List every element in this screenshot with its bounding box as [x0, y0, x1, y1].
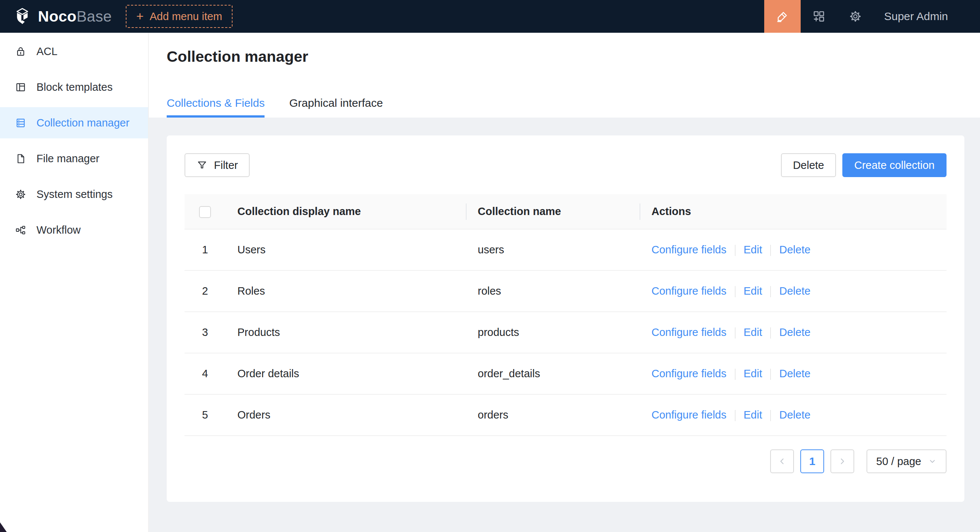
cell-display-name: Products	[226, 312, 466, 353]
pagination-page-1-button[interactable]: 1	[800, 449, 824, 473]
edit-link[interactable]: Edit	[744, 285, 762, 297]
table-header: Collection display name Collection name …	[185, 194, 947, 229]
cell-display-name: Orders	[226, 394, 466, 436]
page-title: Collection manager	[167, 47, 962, 66]
edit-link[interactable]: Edit	[744, 409, 762, 421]
configure-fields-link[interactable]: Configure fields	[651, 368, 727, 380]
chevron-left-icon	[777, 456, 787, 467]
plugin-manager-button[interactable]	[801, 0, 837, 33]
database-icon	[15, 117, 26, 129]
row-index: 1	[185, 229, 226, 270]
page-header: Collection manager Collections & Fields …	[149, 33, 980, 118]
cell-collection-name: users	[466, 229, 640, 270]
content-area: Collection manager Collections & Fields …	[149, 33, 980, 532]
delete-link[interactable]: Delete	[779, 409, 810, 421]
sidebar-item-label: Collection manager	[37, 117, 129, 129]
column-header-display-name: Collection display name	[226, 194, 466, 229]
action-divider	[735, 245, 735, 256]
sidebar-item-label: ACL	[37, 45, 57, 58]
app-root: NocoBase + Add menu item Super Admin ACL	[0, 0, 980, 532]
row-index: 5	[185, 394, 226, 436]
tab-collections-fields[interactable]: Collections & Fields	[167, 97, 264, 118]
action-divider	[735, 327, 735, 338]
action-divider	[735, 410, 735, 421]
cell-collection-name: order_details	[466, 353, 640, 394]
add-menu-item-label: Add menu item	[150, 10, 222, 23]
user-menu[interactable]: Super Admin	[884, 10, 948, 23]
sidebar-item-label: Block templates	[37, 81, 113, 94]
lock-icon	[15, 46, 26, 57]
page-size-select[interactable]: 50 / page	[867, 449, 947, 473]
ui-editor-toggle-button[interactable]	[764, 0, 801, 33]
plus-icon: +	[136, 10, 144, 22]
funnel-icon	[196, 160, 208, 171]
delete-link[interactable]: Delete	[779, 244, 810, 256]
nocobase-logo-text: NocoBase	[38, 8, 111, 25]
highlighter-icon	[776, 10, 789, 23]
partition-icon	[15, 224, 26, 236]
column-header-name: Collection name	[466, 194, 640, 229]
logo-text-light: Base	[76, 8, 112, 25]
column-header-actions: Actions	[640, 194, 947, 229]
configure-fields-link[interactable]: Configure fields	[651, 285, 727, 297]
toolbar-right-group: Delete Create collection	[781, 153, 947, 177]
action-divider	[770, 369, 771, 380]
action-divider	[770, 286, 771, 297]
cell-display-name: Roles	[226, 270, 466, 312]
filter-button-label: Filter	[214, 159, 238, 172]
layout-icon	[15, 81, 26, 93]
top-navbar: NocoBase + Add menu item Super Admin	[0, 0, 980, 33]
sidebar-item-file-manager[interactable]: File manager	[0, 143, 148, 174]
table-row: 3 Products products Configure fieldsEdit…	[185, 312, 947, 353]
row-index: 2	[185, 270, 226, 312]
sidebar-item-system-settings[interactable]: System settings	[0, 179, 148, 210]
collections-table: Collection display name Collection name …	[185, 194, 947, 436]
settings-center-button[interactable]	[837, 0, 873, 33]
filter-button[interactable]: Filter	[185, 153, 250, 177]
action-divider	[770, 327, 771, 338]
page-body: Filter Delete Create collection Coll	[149, 118, 980, 532]
gear-icon	[849, 10, 862, 23]
add-menu-item-button[interactable]: + Add menu item	[126, 5, 232, 28]
pagination-next-button[interactable]	[830, 449, 854, 473]
table-row: 2 Roles roles Configure fieldsEditDelete	[185, 270, 947, 312]
sidebar-item-acl[interactable]: ACL	[0, 36, 148, 67]
delete-link[interactable]: Delete	[779, 326, 810, 338]
configure-fields-link[interactable]: Configure fields	[651, 326, 727, 338]
action-divider	[735, 369, 735, 380]
action-divider	[735, 286, 735, 297]
collections-card: Filter Delete Create collection Coll	[167, 135, 964, 502]
edit-link[interactable]: Edit	[744, 368, 762, 380]
page-size-value: 50 / page	[876, 455, 921, 468]
edit-link[interactable]: Edit	[744, 326, 762, 338]
appstore-add-icon	[812, 10, 826, 23]
pagination-prev-button[interactable]	[770, 449, 794, 473]
table-row: 1 Users users Configure fieldsEditDelete	[185, 229, 947, 270]
cell-actions: Configure fieldsEditDelete	[640, 229, 947, 270]
sidebar-item-block-templates[interactable]: Block templates	[0, 71, 148, 103]
sidebar-item-collection-manager[interactable]: Collection manager	[0, 107, 148, 138]
select-all-checkbox[interactable]	[199, 206, 211, 218]
configure-fields-link[interactable]: Configure fields	[651, 244, 727, 256]
row-index: 4	[185, 353, 226, 394]
main-layout: ACL Block templates Collection manager F…	[0, 33, 980, 532]
pagination: 1 50 / page	[185, 449, 947, 473]
create-collection-button[interactable]: Create collection	[842, 153, 947, 177]
cell-actions: Configure fieldsEditDelete	[640, 312, 947, 353]
table-row: 5 Orders orders Configure fieldsEditDele…	[185, 394, 947, 436]
delete-link[interactable]: Delete	[779, 368, 810, 380]
delete-link[interactable]: Delete	[779, 285, 810, 297]
table-row: 4 Order details order_details Configure …	[185, 353, 947, 394]
sidebar-item-label: File manager	[37, 152, 99, 165]
edit-link[interactable]: Edit	[744, 244, 762, 256]
delete-button[interactable]: Delete	[781, 153, 836, 177]
cell-display-name: Users	[226, 229, 466, 270]
action-divider	[770, 245, 771, 256]
tab-graphical-interface[interactable]: Graphical interface	[289, 97, 383, 118]
file-icon	[15, 153, 26, 164]
cell-actions: Configure fieldsEditDelete	[640, 270, 947, 312]
configure-fields-link[interactable]: Configure fields	[651, 409, 727, 421]
sidebar-item-workflow[interactable]: Workflow	[0, 214, 148, 246]
sidebar: ACL Block templates Collection manager F…	[0, 33, 149, 532]
cell-collection-name: products	[466, 312, 640, 353]
